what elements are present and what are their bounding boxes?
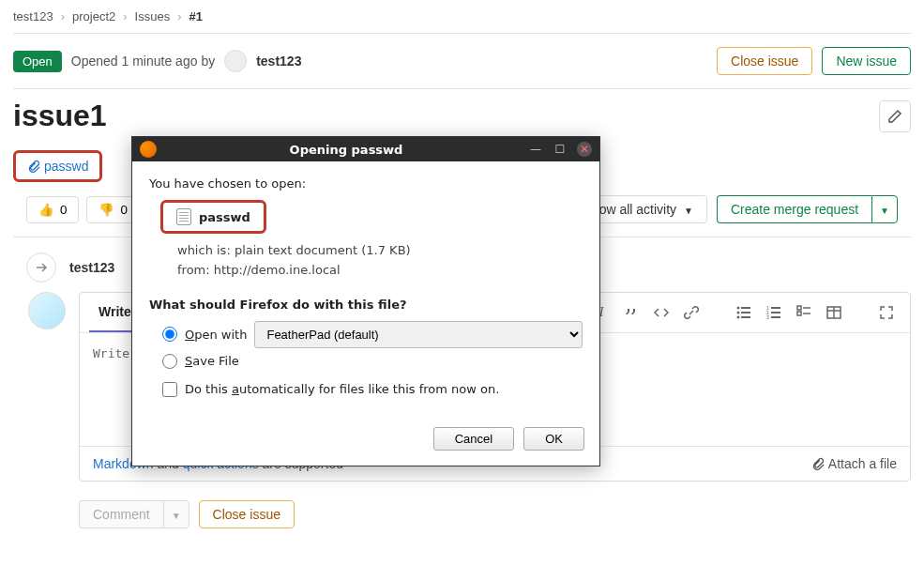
dialog-question: What should Firefox do with this file?	[149, 298, 583, 312]
thumbs-up-icon: 👍	[38, 203, 54, 217]
auto-label[interactable]: Do this automatically for files like thi…	[185, 382, 499, 396]
merge-request-split-button: Create merge request ▼	[717, 195, 898, 223]
chosen-text: You have chosen to open:	[149, 176, 583, 191]
task-list-icon[interactable]	[795, 304, 812, 321]
svg-rect-12	[797, 306, 801, 310]
activity-user[interactable]: test123	[69, 260, 114, 275]
avatar[interactable]	[28, 292, 66, 329]
paperclip-icon	[811, 457, 825, 470]
create-merge-request-button[interactable]: Create merge request	[717, 195, 871, 223]
opened-text: Opened 1 minute ago by	[71, 54, 215, 69]
numbered-list-icon[interactable]: 123	[765, 304, 782, 321]
fullscreen-icon[interactable]	[878, 304, 895, 321]
ok-button[interactable]: OK	[523, 427, 584, 451]
breadcrumb: test123 › project2 › Issues › #1	[0, 0, 924, 33]
chevron-down-icon: ▼	[172, 511, 181, 521]
svg-rect-5	[741, 316, 750, 318]
file-icon	[176, 208, 191, 225]
cancel-button[interactable]: Cancel	[433, 427, 514, 451]
window-controls: — ☐ ✕	[528, 142, 592, 157]
download-dialog: Opening passwd — ☐ ✕ You have chosen to …	[131, 136, 600, 466]
breadcrumb-current: #1	[189, 9, 203, 23]
application-select[interactable]: FeatherPad (default)	[254, 321, 583, 348]
auto-row: Do this automatically for files like thi…	[162, 382, 583, 397]
arrow-right-icon	[34, 260, 49, 275]
attachment-name: passwd	[44, 159, 88, 174]
svg-rect-9	[771, 312, 780, 313]
attachment-link[interactable]: passwd	[13, 150, 102, 182]
issue-header-actions: Close issue New issue	[717, 47, 911, 75]
comment-actions: Comment ▼ Close issue	[0, 491, 924, 538]
editor-toolbar: I 123	[593, 304, 901, 321]
issue-actions: Show all activity ▼ Create merge request…	[569, 195, 898, 223]
link-icon[interactable]	[683, 304, 700, 321]
close-issue-button[interactable]: Close issue	[717, 47, 812, 75]
svg-rect-1	[741, 307, 750, 309]
issue-header: Open Opened 1 minute ago by test123 Clos…	[0, 34, 924, 88]
svg-rect-3	[741, 312, 750, 313]
file-source-text: from: http://demo.ine.local	[177, 261, 583, 281]
auto-checkbox[interactable]	[162, 382, 177, 397]
chevron-right-icon: ›	[61, 9, 65, 23]
file-type-text: which is: plain text document (1.7 KB)	[177, 241, 583, 261]
svg-text:3: 3	[766, 314, 769, 320]
code-icon[interactable]	[653, 304, 670, 321]
comment-dropdown-toggle[interactable]: ▼	[163, 500, 189, 528]
opened-time: 1 minute ago	[122, 54, 198, 69]
thumbs-up-button[interactable]: 👍 0	[26, 196, 79, 223]
dialog-body: You have chosen to open: passwd which is…	[132, 161, 599, 418]
breadcrumb-project[interactable]: project2	[72, 9, 115, 23]
new-issue-button[interactable]: New issue	[822, 47, 911, 75]
activity-icon-wrap	[26, 252, 56, 283]
reactions: 👍 0 👎 0	[26, 196, 140, 223]
chevron-down-icon: ▼	[684, 206, 693, 216]
bullet-list-icon[interactable]	[735, 304, 752, 321]
maximize-button[interactable]: ☐	[553, 142, 568, 157]
table-icon[interactable]	[826, 304, 842, 321]
minimize-button[interactable]: —	[528, 142, 543, 157]
edit-title-button[interactable]	[879, 100, 911, 132]
chevron-down-icon: ▼	[880, 206, 889, 216]
dialog-title: Opening passwd	[164, 143, 528, 157]
svg-point-4	[737, 316, 740, 319]
thumbs-down-count: 0	[120, 203, 127, 217]
comment-split-button: Comment ▼	[79, 500, 189, 528]
svg-point-2	[737, 312, 740, 314]
svg-rect-11	[771, 316, 780, 318]
firefox-icon	[140, 141, 157, 158]
chevron-right-icon: ›	[177, 9, 181, 23]
avatar[interactable]	[224, 50, 247, 72]
issue-title: issue1	[13, 99, 107, 133]
open-with-radio[interactable]	[162, 327, 177, 342]
dialog-filename: passwd	[160, 200, 266, 234]
status-badge: Open	[13, 51, 62, 72]
dialog-footer: Cancel OK	[132, 418, 599, 466]
save-file-row: Save File	[162, 354, 583, 369]
open-with-label[interactable]: Open with	[185, 328, 247, 342]
save-file-label[interactable]: Save File	[185, 354, 239, 368]
svg-point-0	[737, 307, 740, 310]
comment-button[interactable]: Comment	[79, 500, 163, 528]
open-with-row: Open with FeatherPad (default)	[162, 321, 583, 348]
breadcrumb-issues[interactable]: Issues	[135, 9, 171, 23]
issue-header-meta: Open Opened 1 minute ago by test123	[13, 50, 301, 72]
quote-icon[interactable]	[623, 304, 640, 321]
thumbs-down-icon: 👎	[98, 203, 114, 217]
close-button[interactable]: ✕	[577, 142, 592, 157]
pencil-icon	[887, 109, 902, 124]
svg-rect-13	[797, 312, 801, 315]
attach-file-button[interactable]: Attach a file	[811, 456, 897, 471]
merge-request-dropdown-toggle[interactable]: ▼	[871, 195, 898, 223]
save-file-radio[interactable]	[162, 354, 177, 369]
chevron-right-icon: ›	[123, 9, 127, 23]
close-issue-button-bottom[interactable]: Close issue	[199, 500, 295, 528]
breadcrumb-owner[interactable]: test123	[13, 9, 53, 23]
paperclip-icon	[27, 160, 40, 173]
thumbs-up-count: 0	[60, 203, 67, 217]
dialog-titlebar[interactable]: Opening passwd — ☐ ✕	[132, 137, 599, 161]
svg-rect-7	[771, 307, 780, 309]
author-link[interactable]: test123	[256, 54, 301, 69]
